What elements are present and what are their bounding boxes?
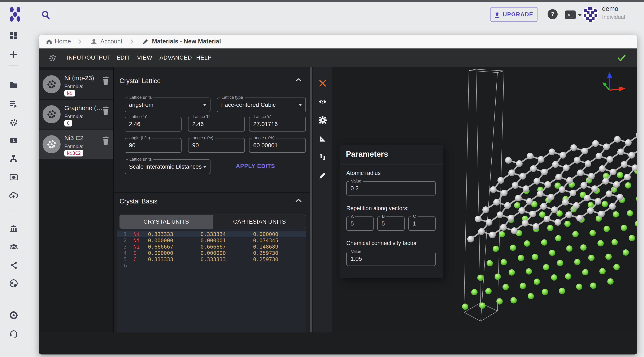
menu-edit[interactable]: EDIT [116,49,130,67]
basis-row: 6 [118,262,306,269]
terminal-glyph: >_ [568,12,573,18]
delete-icon[interactable] [102,136,110,145]
repetition-a-input[interactable]: A 5 [346,216,374,231]
element-symbol: Ni [133,231,148,237]
console-button[interactable]: >_ [565,11,576,19]
angle-gamma-input[interactable]: angle (a^b) 60.00001 [249,138,306,153]
field-value: 2.46 [192,121,204,128]
user-name[interactable]: demo [602,5,618,13]
plus-icon [9,50,18,59]
basis-code-editor[interactable]: 1 Ni 0.333333 0.333334 0.000000 2 Ni 0.0… [118,229,306,332]
lattice-a-input[interactable]: Lattice 'a' 2.46 [125,117,182,132]
sidebar-item-create[interactable] [8,49,19,60]
connectivity-input[interactable]: Value 1.05 [346,252,436,266]
menu-view[interactable]: VIEW [137,49,152,67]
avatar[interactable] [582,6,598,22]
bank-icon [9,224,18,233]
help-button[interactable]: ? [548,9,558,19]
delete-icon[interactable] [102,76,110,85]
lattice-b-input[interactable]: Lattice 'b' 2.46 [188,117,245,132]
breadcrumb-account[interactable]: Account [100,38,122,45]
home-icon[interactable] [46,38,52,45]
material-item-ni[interactable]: Ni (mp-23) Formula: Ni [39,70,113,99]
scrollbar[interactable] [310,67,312,332]
field-value: Face-centered Cubic [221,102,276,108]
structure-viewer[interactable]: Parameters Atomic radius Value 0.2 Repet… [313,67,637,332]
field-value: 1.05 [350,255,362,262]
visibility-eye-icon[interactable] [318,97,327,106]
angle-beta-input[interactable]: angle (a^c) 90 [188,138,245,153]
line-number: 5 [118,256,126,262]
material-item-ni3c2[interactable]: Ni3 C2 Formula: Ni3C2 [39,130,113,159]
sidebar-item-bank[interactable]: 1 [8,135,19,146]
material-name: Ni3 C2 [64,134,84,142]
lattice-c-input[interactable]: Lattice 'c' 27.01716 [249,117,306,132]
angle-alpha-input[interactable]: angle (b^c) 90 [125,138,182,153]
atomic-radius-label: Atomic radius [346,170,381,176]
sidebar-item-projects[interactable] [8,79,19,90]
upgrade-button[interactable]: UPGRADE [490,7,538,22]
coord-x: 0.333333 [148,256,200,262]
close-icon[interactable] [318,79,327,88]
formula-label: Formula: [64,114,84,119]
material-item-graphene[interactable]: Graphene (… Formula: C [39,100,113,129]
field-label: Lattice 'b' [191,114,212,119]
sidebar-item-admin[interactable] [8,310,19,320]
breadcrumb-home[interactable]: Home [55,38,71,45]
field-label: Value [349,249,363,254]
sidebar-item-materials[interactable] [8,117,19,128]
basis-units-tabs: CRYSTAL UNITS CARTESIAN UNITS [120,215,306,229]
app-window: Home Account Materials - New Material IN… [39,35,637,354]
sidebar-item-jobs[interactable] [8,99,19,109]
menu-advanced[interactable]: ADVANCED [160,49,192,67]
repetition-b-input[interactable]: B 5 [377,216,404,231]
flowchart-icon [9,154,18,163]
lattice-units-scale-select[interactable]: Lattice units Scale Interatomic Distance… [125,159,210,174]
sidebar-item-images[interactable] [8,172,19,182]
sidebar-item-public[interactable] [8,278,19,289]
formula-chip: C [64,120,72,127]
sidebar-item-uploads[interactable] [8,190,19,201]
looks-one-icon: 1 [9,136,18,145]
field-label: C [411,214,418,219]
delete-icon[interactable] [102,106,110,115]
line-number: 6 [118,263,127,269]
repetition-c-input[interactable]: C 1 [408,216,436,231]
upload-icon [494,11,500,18]
collapse-chevron-icon[interactable] [295,198,302,203]
lattice-type-select[interactable]: Lattice type Face-centered Cubic [217,98,306,112]
app-logo-icon[interactable] [9,7,21,22]
field-label: angle (a^c) [191,136,215,140]
sidebar-item-support[interactable] [8,328,19,339]
sidebar-item-workflows[interactable] [8,154,19,164]
measure-set-square-icon[interactable] [318,134,327,143]
tab-cartesian-units[interactable]: CARTESIAN UNITS [213,215,306,229]
settings-gear-icon[interactable] [318,116,327,125]
element-symbol: C [133,250,148,256]
sidebar-item-organization[interactable] [8,224,19,234]
field-value: 60.00001 [253,142,278,149]
collapse-chevron-icon[interactable] [295,78,302,82]
axes-gizmo [602,72,626,92]
save-check-icon[interactable] [617,54,626,62]
molecule-icon [42,135,60,153]
user-plan: Individual [602,14,625,20]
menu-help[interactable]: HELP [196,49,212,67]
apply-edits-button[interactable]: APPLY EDITS [236,163,275,169]
sidebar-item-team[interactable] [8,242,19,252]
lattice-units-select[interactable]: Lattice units angstrom [125,98,210,112]
console-dropdown-caret-icon[interactable] [578,14,582,16]
element-symbol: C [133,256,148,262]
edit-pencil-icon[interactable] [318,171,327,180]
sidebar-item-dashboard[interactable] [8,30,19,41]
molecule-icon [48,54,57,62]
tab-crystal-units[interactable]: CRYSTAL UNITS [120,215,213,229]
sidebar-item-share[interactable] [8,260,19,271]
import-export-icon[interactable] [318,153,327,162]
search-icon[interactable] [41,11,51,20]
list-play-icon [9,99,18,108]
material-avatar [42,105,60,123]
atomic-radius-input[interactable]: Value 0.2 [346,181,436,195]
folder-icon [9,80,18,89]
menu-input-output[interactable]: INPUT/OUTPUT [67,49,111,67]
